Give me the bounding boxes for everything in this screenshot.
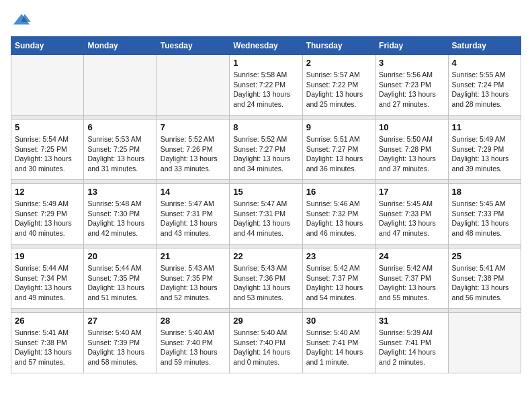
weekday-header: Saturday bbox=[448, 37, 521, 55]
calendar-day-cell: 26Sunrise: 5:41 AMSunset: 7:38 PMDayligh… bbox=[11, 313, 84, 373]
calendar-week-row: 19Sunrise: 5:44 AMSunset: 7:34 PMDayligh… bbox=[11, 248, 521, 309]
day-number: 12 bbox=[15, 187, 80, 197]
day-number: 26 bbox=[15, 316, 80, 326]
calendar-day-cell: 12Sunrise: 5:49 AMSunset: 7:29 PMDayligh… bbox=[11, 184, 84, 244]
day-info: Sunrise: 5:41 AMSunset: 7:38 PMDaylight:… bbox=[452, 263, 517, 303]
day-number: 6 bbox=[87, 122, 152, 132]
day-number: 23 bbox=[306, 251, 371, 261]
day-number: 4 bbox=[452, 58, 517, 68]
calendar-week-row: 1Sunrise: 5:58 AMSunset: 7:22 PMDaylight… bbox=[11, 55, 521, 116]
calendar-day-cell: 28Sunrise: 5:40 AMSunset: 7:40 PMDayligh… bbox=[157, 313, 229, 373]
day-info: Sunrise: 5:45 AMSunset: 7:33 PMDaylight:… bbox=[379, 199, 444, 238]
day-info: Sunrise: 5:52 AMSunset: 7:27 PMDaylight:… bbox=[233, 134, 298, 174]
calendar-day-cell: 10Sunrise: 5:50 AMSunset: 7:28 PMDayligh… bbox=[375, 120, 448, 180]
calendar-day-cell: 6Sunrise: 5:53 AMSunset: 7:25 PMDaylight… bbox=[84, 120, 157, 180]
calendar-day-cell bbox=[84, 55, 157, 116]
day-number: 20 bbox=[87, 251, 152, 261]
day-number: 18 bbox=[452, 187, 517, 197]
day-info: Sunrise: 5:42 AMSunset: 7:37 PMDaylight:… bbox=[379, 263, 444, 303]
day-number: 9 bbox=[306, 122, 371, 132]
calendar-day-cell: 31Sunrise: 5:39 AMSunset: 7:41 PMDayligh… bbox=[375, 313, 448, 373]
calendar-day-cell: 4Sunrise: 5:55 AMSunset: 7:24 PMDaylight… bbox=[448, 55, 521, 116]
calendar-day-cell: 18Sunrise: 5:45 AMSunset: 7:33 PMDayligh… bbox=[448, 184, 521, 244]
day-number: 17 bbox=[379, 187, 444, 197]
day-info: Sunrise: 5:56 AMSunset: 7:23 PMDaylight:… bbox=[379, 70, 444, 109]
day-number: 31 bbox=[379, 316, 444, 326]
day-number: 21 bbox=[161, 251, 226, 261]
day-number: 30 bbox=[306, 316, 371, 326]
day-info: Sunrise: 5:51 AMSunset: 7:27 PMDaylight:… bbox=[306, 134, 371, 174]
calendar-day-cell: 24Sunrise: 5:42 AMSunset: 7:37 PMDayligh… bbox=[375, 248, 448, 309]
day-info: Sunrise: 5:47 AMSunset: 7:31 PMDaylight:… bbox=[233, 199, 298, 238]
calendar-day-cell: 9Sunrise: 5:51 AMSunset: 7:27 PMDaylight… bbox=[302, 120, 375, 180]
calendar-day-cell: 8Sunrise: 5:52 AMSunset: 7:27 PMDaylight… bbox=[230, 120, 302, 180]
calendar-day-cell: 7Sunrise: 5:52 AMSunset: 7:26 PMDaylight… bbox=[157, 120, 229, 180]
calendar-day-cell: 21Sunrise: 5:43 AMSunset: 7:35 PMDayligh… bbox=[157, 248, 229, 309]
weekday-header: Thursday bbox=[302, 37, 375, 55]
day-info: Sunrise: 5:53 AMSunset: 7:25 PMDaylight:… bbox=[87, 134, 152, 174]
day-info: Sunrise: 5:40 AMSunset: 7:40 PMDaylight:… bbox=[233, 328, 298, 367]
day-info: Sunrise: 5:43 AMSunset: 7:35 PMDaylight:… bbox=[161, 263, 226, 303]
day-number: 19 bbox=[15, 251, 80, 261]
calendar-day-cell: 20Sunrise: 5:44 AMSunset: 7:35 PMDayligh… bbox=[84, 248, 157, 309]
calendar-day-cell: 25Sunrise: 5:41 AMSunset: 7:38 PMDayligh… bbox=[448, 248, 521, 309]
weekday-header: Friday bbox=[375, 37, 448, 55]
weekday-header: Wednesday bbox=[230, 37, 302, 55]
day-info: Sunrise: 5:40 AMSunset: 7:39 PMDaylight:… bbox=[87, 328, 152, 367]
day-number: 10 bbox=[379, 122, 444, 132]
day-info: Sunrise: 5:41 AMSunset: 7:38 PMDaylight:… bbox=[15, 328, 80, 367]
day-number: 15 bbox=[233, 187, 298, 197]
calendar-day-cell: 23Sunrise: 5:42 AMSunset: 7:37 PMDayligh… bbox=[302, 248, 375, 309]
calendar-day-cell bbox=[11, 55, 84, 116]
calendar-day-cell: 16Sunrise: 5:46 AMSunset: 7:32 PMDayligh… bbox=[302, 184, 375, 244]
day-info: Sunrise: 5:44 AMSunset: 7:34 PMDaylight:… bbox=[15, 263, 80, 303]
day-number: 22 bbox=[233, 251, 298, 261]
day-info: Sunrise: 5:42 AMSunset: 7:37 PMDaylight:… bbox=[306, 263, 371, 303]
calendar-day-cell: 27Sunrise: 5:40 AMSunset: 7:39 PMDayligh… bbox=[84, 313, 157, 373]
calendar-day-cell: 3Sunrise: 5:56 AMSunset: 7:23 PMDaylight… bbox=[375, 55, 448, 116]
day-info: Sunrise: 5:44 AMSunset: 7:35 PMDaylight:… bbox=[87, 263, 152, 303]
day-number: 2 bbox=[306, 58, 371, 68]
day-number: 24 bbox=[379, 251, 444, 261]
day-info: Sunrise: 5:50 AMSunset: 7:28 PMDaylight:… bbox=[379, 134, 444, 174]
day-number: 8 bbox=[233, 122, 298, 132]
calendar-header-row: SundayMondayTuesdayWednesdayThursdayFrid… bbox=[11, 37, 521, 55]
day-number: 11 bbox=[452, 122, 517, 132]
weekday-header: Tuesday bbox=[157, 37, 229, 55]
calendar-day-cell bbox=[448, 313, 521, 373]
day-info: Sunrise: 5:54 AMSunset: 7:25 PMDaylight:… bbox=[15, 134, 80, 174]
day-info: Sunrise: 5:47 AMSunset: 7:31 PMDaylight:… bbox=[161, 199, 226, 238]
calendar-day-cell: 29Sunrise: 5:40 AMSunset: 7:40 PMDayligh… bbox=[230, 313, 302, 373]
day-info: Sunrise: 5:48 AMSunset: 7:30 PMDaylight:… bbox=[87, 199, 152, 238]
calendar-day-cell: 1Sunrise: 5:58 AMSunset: 7:22 PMDaylight… bbox=[230, 55, 302, 116]
day-info: Sunrise: 5:49 AMSunset: 7:29 PMDaylight:… bbox=[15, 199, 80, 238]
day-number: 16 bbox=[306, 187, 371, 197]
calendar-day-cell: 30Sunrise: 5:40 AMSunset: 7:41 PMDayligh… bbox=[302, 313, 375, 373]
calendar-day-cell: 2Sunrise: 5:57 AMSunset: 7:22 PMDaylight… bbox=[302, 55, 375, 116]
day-info: Sunrise: 5:45 AMSunset: 7:33 PMDaylight:… bbox=[452, 199, 517, 238]
day-number: 3 bbox=[379, 58, 444, 68]
calendar-week-row: 5Sunrise: 5:54 AMSunset: 7:25 PMDaylight… bbox=[11, 120, 521, 180]
day-info: Sunrise: 5:43 AMSunset: 7:36 PMDaylight:… bbox=[233, 263, 298, 303]
day-number: 1 bbox=[233, 58, 298, 68]
day-number: 29 bbox=[233, 316, 298, 326]
day-info: Sunrise: 5:39 AMSunset: 7:41 PMDaylight:… bbox=[379, 328, 444, 367]
calendar-day-cell: 22Sunrise: 5:43 AMSunset: 7:36 PMDayligh… bbox=[230, 248, 302, 309]
day-info: Sunrise: 5:49 AMSunset: 7:29 PMDaylight:… bbox=[452, 134, 517, 174]
day-number: 27 bbox=[87, 316, 152, 326]
day-number: 14 bbox=[161, 187, 226, 197]
calendar-table: SundayMondayTuesdayWednesdayThursdayFrid… bbox=[11, 36, 521, 373]
calendar-week-row: 12Sunrise: 5:49 AMSunset: 7:29 PMDayligh… bbox=[11, 184, 521, 244]
calendar-day-cell: 17Sunrise: 5:45 AMSunset: 7:33 PMDayligh… bbox=[375, 184, 448, 244]
weekday-header: Monday bbox=[84, 37, 157, 55]
day-info: Sunrise: 5:52 AMSunset: 7:26 PMDaylight:… bbox=[161, 134, 226, 174]
day-info: Sunrise: 5:57 AMSunset: 7:22 PMDaylight:… bbox=[306, 70, 371, 109]
day-number: 7 bbox=[161, 122, 226, 132]
day-number: 5 bbox=[15, 122, 80, 132]
logo bbox=[11, 11, 31, 30]
day-number: 28 bbox=[161, 316, 226, 326]
calendar-day-cell: 5Sunrise: 5:54 AMSunset: 7:25 PMDaylight… bbox=[11, 120, 84, 180]
weekday-header: Sunday bbox=[11, 37, 84, 55]
calendar-day-cell bbox=[157, 55, 229, 116]
calendar-week-row: 26Sunrise: 5:41 AMSunset: 7:38 PMDayligh… bbox=[11, 313, 521, 373]
